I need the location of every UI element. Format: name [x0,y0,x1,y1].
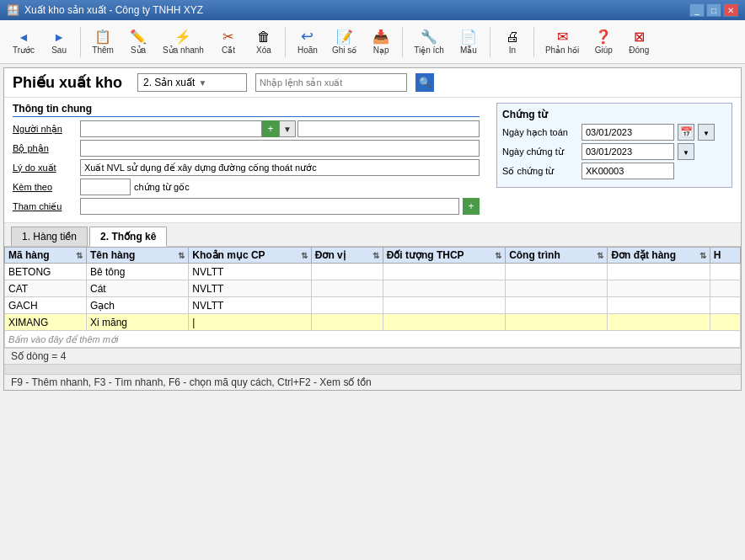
search-box [255,73,407,92]
nguoi-nhan-input-1[interactable] [80,120,262,137]
cell-don-dat-hang[interactable] [608,314,710,331]
nguoi-nhan-label[interactable]: Người nhận [13,124,80,135]
toolbar-delete[interactable]: Xóa [247,24,281,61]
ly-do-label[interactable]: Lý do xuất [13,163,80,173]
nguoi-nhan-input-2[interactable] [297,120,480,137]
toolbar-forward-label: Sau [51,45,67,55]
toolbar-import[interactable]: Nạp [364,24,398,61]
horizontal-scrollbar[interactable] [4,364,741,374]
toolbar-help[interactable]: Giúp [587,24,620,61]
cell-cong-trinh[interactable] [506,280,608,297]
cell-khoan-muc[interactable]: | [189,314,312,331]
col-ten-hang-sort[interactable]: ⇅ [178,251,185,260]
ngay-hach-toan-input[interactable] [582,124,674,141]
nguoi-nhan-add-button[interactable]: + [262,120,279,137]
toolbar-quickedit[interactable]: Sửa nhanh [157,24,210,61]
dropdown-value: 2. Sản xuất [143,77,195,88]
production-type-dropdown[interactable]: 2. Sản xuất ▼ [137,73,247,92]
app-icon: 🪟 [7,4,19,16]
maximize-button[interactable]: □ [706,3,721,17]
toolbar-add[interactable]: Thêm [86,24,120,61]
ly-do-input[interactable] [80,159,480,176]
toolbar-undo[interactable]: Hoãn [291,24,324,61]
toolbar-edit[interactable]: Sửa [121,24,155,61]
toolbar-back[interactable]: Trước [7,24,40,61]
cell-doi-tuong[interactable] [383,297,506,314]
nguoi-nhan-dropdown-button[interactable]: ▼ [279,120,296,137]
cell-don-vi[interactable] [311,297,383,314]
kem-theo-label[interactable]: Kèm theo [13,182,80,192]
row-count-label: Số dòng = 4 [11,350,66,362]
cell-h[interactable] [710,280,740,297]
cell-cong-trinh[interactable] [506,314,608,331]
col-don-vi-sort[interactable]: ⇅ [372,251,379,260]
col-doi-tuong-sort[interactable]: ⇅ [495,251,501,260]
cell-don-dat-hang[interactable] [608,280,710,297]
col-cong-trinh-sort[interactable]: ⇅ [597,251,603,260]
cell-khoan-muc[interactable]: NVLTT [189,264,312,280]
cell-h[interactable] [710,264,740,280]
cell-new-row[interactable]: Bấm vào đây để thêm mới [5,331,741,348]
search-button[interactable]: 🔍 [415,73,434,92]
table-row: XIMANG Xi măng | [5,314,741,331]
toolbar-forward[interactable]: Sau [42,24,76,61]
cell-khoan-muc[interactable]: NVLTT [189,280,312,297]
close-icon [634,29,645,44]
cell-don-vi[interactable] [311,280,383,297]
cell-ma-hang[interactable]: GACH [5,297,87,314]
cell-ma-hang[interactable]: XIMANG [5,314,87,331]
table-header-row: Mã hàng ⇅ Tên hàng ⇅ Khoản mục CP [5,248,741,264]
cell-don-dat-hang[interactable] [608,264,710,280]
status-bar: Số dòng = 4 [4,348,741,364]
bo-phan-input[interactable] [80,140,480,157]
toolbar-feedback[interactable]: Phản hồi [539,24,585,61]
tab-thong-ke[interactable]: 2. Thống kê [89,227,167,247]
cell-cong-trinh[interactable] [506,297,608,314]
cell-h[interactable] [710,314,740,331]
cell-don-vi[interactable] [311,264,383,280]
ngay-chung-tu-dropdown-button[interactable] [678,143,694,160]
cell-khoan-muc[interactable]: NVLTT [189,297,312,314]
search-input[interactable] [260,77,403,88]
ngay-hach-toan-calendar-button[interactable] [678,124,694,141]
minimize-button[interactable]: _ [689,3,705,17]
toolbar-post[interactable]: Ghi số [326,24,362,61]
col-khoan-muc-sort[interactable]: ⇅ [301,251,308,260]
cell-doi-tuong[interactable] [383,280,506,297]
search-icon: 🔍 [419,77,431,88]
cell-don-vi[interactable] [311,314,383,331]
cell-ma-hang[interactable]: BETONG [5,264,87,280]
col-don-dat-hang-sort[interactable]: ⇅ [699,251,706,260]
toolbar-close[interactable]: Đóng [622,24,656,61]
dropdown-arrow-icon: ▼ [198,78,206,88]
cell-ma-hang[interactable]: CAT [5,280,87,297]
bo-phan-label[interactable]: Bộ phận [13,143,80,154]
ngay-chung-tu-input[interactable] [582,143,674,160]
toolbar-tools[interactable]: Tiện ích [408,24,450,61]
col-ma-hang-sort[interactable]: ⇅ [76,251,83,260]
window-close-button[interactable]: ✕ [723,3,738,17]
toolbar-template-label: Mẫu [460,45,477,55]
tham-chieu-input[interactable] [80,198,459,215]
tab-hang-tien[interactable]: 1. Hàng tiền [11,227,88,246]
cell-cong-trinh[interactable] [506,264,608,280]
cell-doi-tuong[interactable] [383,264,506,280]
cell-ten-hang[interactable]: Gạch [87,297,189,314]
tham-chieu-label[interactable]: Tham chiếu [13,201,80,212]
toolbar-print[interactable]: In [496,24,529,61]
cell-don-dat-hang[interactable] [608,297,710,314]
cell-h[interactable] [710,297,740,314]
cell-ten-hang[interactable]: Cát [87,280,189,297]
table-new-row[interactable]: Bấm vào đây để thêm mới [5,331,741,348]
kem-theo-input[interactable] [80,179,131,195]
cell-ten-hang[interactable]: Xi măng [87,314,189,331]
cell-doi-tuong[interactable] [383,314,506,331]
cell-ten-hang[interactable]: Bê tông [87,264,189,280]
toolbar-template[interactable]: Mẫu [452,24,485,61]
tham-chieu-add-button[interactable]: + [463,198,480,215]
so-chung-tu-input[interactable] [582,163,674,179]
ngay-hach-toan-dropdown-button[interactable] [698,124,715,141]
col-doi-tuong-label: Đối tượng THCP [387,249,464,261]
toolbar-cut[interactable]: Cắt [212,24,245,61]
feedback-icon [557,29,568,44]
